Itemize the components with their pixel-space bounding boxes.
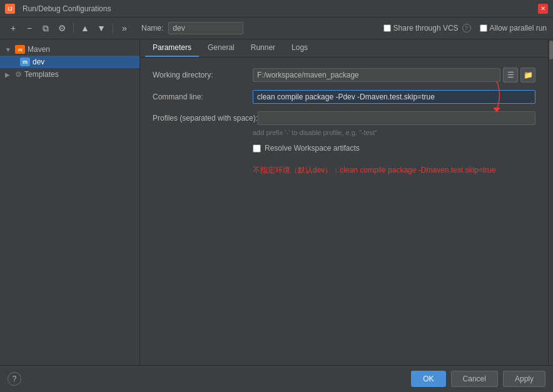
parallel-run-label[interactable]: Allow parallel run xyxy=(480,24,547,33)
dev-label: dev xyxy=(33,58,44,66)
scroll-track[interactable] xyxy=(548,39,553,365)
content: ▼ m Maven m dev ▶ ⚙ Templates Parameters… xyxy=(0,39,553,365)
maven-label: Maven xyxy=(28,45,50,54)
resolve-workspace-label: Resolve Workspace artifacts xyxy=(265,144,360,153)
parallel-run-checkbox[interactable] xyxy=(480,24,487,32)
window-title: Run/Debug Configurations xyxy=(23,4,111,13)
templates-icon: ⚙ xyxy=(15,70,22,79)
profiles-input-group xyxy=(258,111,535,125)
dialog: + − ⧉ ⚙ ▲ ▼ » Name: Share through VCS ? … xyxy=(0,18,553,392)
tab-parameters[interactable]: Parameters xyxy=(145,39,199,57)
bottom-right: OK Cancel Apply xyxy=(411,371,545,387)
close-button[interactable]: ✕ xyxy=(538,4,548,14)
sidebar-item-dev[interactable]: m dev xyxy=(0,56,140,68)
sidebar-item-maven[interactable]: ▼ m Maven xyxy=(0,43,140,56)
toolbar: + − ⧉ ⚙ ▲ ▼ » Name: Share through VCS ? … xyxy=(0,18,553,39)
profiles-hint: add prefix '-' to disable profile, e.g. … xyxy=(253,129,535,136)
working-directory-folder-btn[interactable]: 📁 xyxy=(520,68,535,83)
title-bar-left: IJ Run/Debug Configurations xyxy=(5,4,111,14)
share-vcs-checkbox[interactable] xyxy=(383,24,391,32)
move-up-button[interactable]: ▲ xyxy=(78,21,92,35)
sidebar: ▼ m Maven m dev ▶ ⚙ Templates xyxy=(0,39,140,365)
dev-icon: m xyxy=(20,58,30,66)
toolbar-divider-1 xyxy=(73,23,74,33)
title-bar: IJ Run/Debug Configurations ✕ xyxy=(0,0,553,18)
resolve-workspace-row: Resolve Workspace artifacts xyxy=(253,144,535,153)
working-directory-row: Working directory: ☰ 📁 xyxy=(153,68,535,83)
expand-button[interactable]: » xyxy=(118,21,131,35)
maven-icon: m xyxy=(15,45,25,54)
annotation-text: 不指定环境（默认dev）：clean compile package -Dmav… xyxy=(253,165,535,176)
working-directory-label: Working directory: xyxy=(153,71,253,79)
main-panel: Parameters General Runner Logs Working d… xyxy=(140,39,548,365)
share-section: Share through VCS ? Allow parallel run xyxy=(383,24,547,33)
resolve-workspace-checkbox[interactable] xyxy=(253,144,261,153)
command-line-label: Command line: xyxy=(153,93,253,101)
remove-config-button[interactable]: − xyxy=(23,21,36,35)
scroll-thumb xyxy=(549,41,553,59)
share-help-icon[interactable]: ? xyxy=(462,24,471,33)
settings-button[interactable]: ⚙ xyxy=(55,21,69,35)
move-down-button[interactable]: ▼ xyxy=(94,21,108,35)
title-bar-controls: ✕ xyxy=(538,4,548,14)
templates-arrow: ▶ xyxy=(5,71,13,78)
copy-config-button[interactable]: ⧉ xyxy=(39,21,53,35)
tab-general[interactable]: General xyxy=(200,39,242,57)
tab-runner[interactable]: Runner xyxy=(243,39,283,57)
bottom-bar: ? OK Cancel Apply xyxy=(0,365,553,392)
help-button[interactable]: ? xyxy=(8,372,21,386)
tabs: Parameters General Runner Logs xyxy=(140,39,548,58)
add-config-button[interactable]: + xyxy=(6,21,20,35)
working-directory-input-group: ☰ 📁 xyxy=(253,68,535,83)
ok-button[interactable]: OK xyxy=(411,371,445,387)
bottom-left: ? xyxy=(8,372,21,386)
working-directory-browse-btn[interactable]: ☰ xyxy=(503,68,518,83)
command-line-row: Command line: xyxy=(153,90,535,104)
maven-arrow: ▼ xyxy=(5,46,13,53)
name-input[interactable] xyxy=(168,22,243,34)
sidebar-item-templates[interactable]: ▶ ⚙ Templates xyxy=(0,68,140,81)
form-area: Working directory: ☰ 📁 Command line: xyxy=(140,58,548,365)
profiles-row: Profiles (separated with space): xyxy=(153,111,535,125)
app-icon: IJ xyxy=(5,4,15,14)
templates-label: Templates xyxy=(24,70,59,79)
working-directory-input[interactable] xyxy=(253,68,500,82)
share-vcs-label[interactable]: Share through VCS xyxy=(383,24,459,33)
name-label: Name: xyxy=(141,24,163,33)
annotation-arrow xyxy=(484,81,509,113)
toolbar-divider-2 xyxy=(113,23,113,33)
name-section: Name: xyxy=(141,22,373,34)
svg-marker-0 xyxy=(493,108,500,113)
profiles-input[interactable] xyxy=(258,111,535,125)
tab-logs[interactable]: Logs xyxy=(284,39,315,57)
cancel-button[interactable]: Cancel xyxy=(451,371,498,387)
apply-button[interactable]: Apply xyxy=(503,371,545,387)
profiles-label: Profiles (separated with space): xyxy=(153,114,258,123)
